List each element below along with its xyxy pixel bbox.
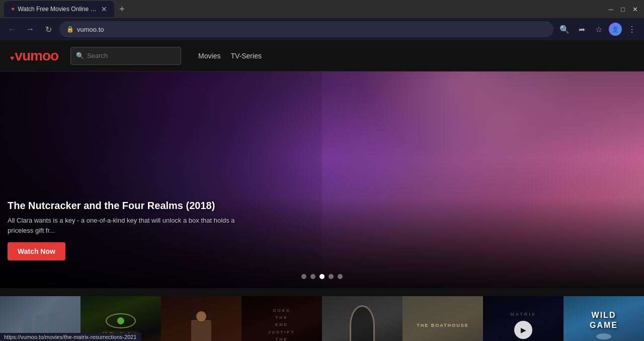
browser-chrome: ♥ Watch Free Movies Online - Wat... ✕ + … — [0, 0, 644, 40]
share-icon[interactable]: ➦ — [575, 22, 589, 36]
list-item[interactable]: MATRIX ▶ — [483, 296, 564, 341]
navbar: ♥vumoo 🔍 Movies TV-Series — [0, 40, 644, 72]
hero-description: All Clara wants is a key - a one-of-a-ki… — [8, 216, 259, 235]
thumb-bg — [322, 296, 403, 341]
address-field[interactable]: 🔒 vumoo.to — [59, 21, 553, 37]
profile-avatar[interactable]: 👤 — [609, 23, 622, 36]
hero-carousel-dots — [301, 274, 343, 279]
bookmark-icon[interactable]: ☆ — [592, 22, 606, 36]
list-item[interactable]: DOESTHEENDJUSTIFYTHE — [242, 296, 322, 341]
carousel-dot-3[interactable] — [319, 274, 325, 279]
watch-now-button[interactable]: Watch Now — [8, 242, 65, 260]
url-display: vumoo.to — [77, 26, 546, 33]
new-tab-button[interactable]: + — [116, 4, 128, 15]
menu-icon[interactable]: ⋮ — [625, 22, 639, 36]
zoom-icon[interactable]: 🔍 — [557, 22, 572, 36]
tab-title: Watch Free Movies Online - Wat... — [18, 6, 98, 13]
hero-content: The Nutcracker and the Four Realms (2018… — [8, 200, 259, 260]
play-icon[interactable]: ▶ — [514, 321, 532, 339]
window-controls: ─ □ ✕ — [606, 4, 640, 14]
list-item[interactable]: WILD GAME — [564, 296, 644, 341]
nav-link-tvseries[interactable]: TV-Series — [230, 52, 261, 60]
list-item[interactable] — [322, 296, 403, 341]
active-tab[interactable]: ♥ Watch Free Movies Online - Wat... ✕ — [4, 1, 114, 17]
carousel-dot-5[interactable] — [338, 274, 343, 279]
tab-close-icon[interactable]: ✕ — [101, 5, 107, 13]
toolbar-icons: 🔍 ➦ ☆ 👤 ⋮ — [557, 22, 639, 36]
list-item[interactable] — [161, 296, 242, 341]
site-logo[interactable]: ♥vumoo — [10, 48, 58, 64]
maximize-button[interactable]: □ — [618, 4, 628, 14]
thumb-bg: WILD GAME — [564, 296, 644, 341]
nav-links: Movies TV-Series — [198, 52, 262, 60]
tab-favicon-icon: ♥ — [11, 6, 15, 13]
hero-banner: The Nutcracker and the Four Realms (2018… — [0, 72, 644, 288]
thumb-bg: MATRIX ▶ — [483, 296, 564, 341]
forward-button[interactable]: → — [23, 22, 37, 36]
search-input[interactable] — [87, 52, 176, 59]
nav-link-movies[interactable]: Movies — [198, 52, 220, 60]
site-wrapper: ♥vumoo 🔍 Movies TV-Series The Nutcracker… — [0, 40, 644, 341]
hero-title: The Nutcracker and the Four Realms (2018… — [8, 200, 259, 212]
tab-strip: ♥ Watch Free Movies Online - Wat... ✕ + — [4, 1, 606, 17]
thumb-bg: THE BOATHOUSE — [403, 296, 483, 341]
list-item[interactable]: THE BOATHOUSE — [403, 296, 483, 341]
search-box[interactable]: 🔍 — [70, 47, 181, 65]
lock-icon: 🔒 — [66, 26, 74, 33]
back-button[interactable]: ← — [5, 22, 19, 36]
status-bar: https://vumoo.to/movies/the-matrix-resur… — [0, 333, 141, 341]
carousel-dot-1[interactable] — [301, 274, 306, 279]
search-icon: 🔍 — [76, 52, 84, 59]
carousel-dot-4[interactable] — [329, 274, 334, 279]
minimize-button[interactable]: ─ — [606, 4, 616, 14]
thumb-bg — [161, 296, 242, 341]
address-bar-row: ← → ↻ 🔒 vumoo.to 🔍 ➦ ☆ 👤 ⋮ — [0, 18, 644, 40]
close-button[interactable]: ✕ — [630, 4, 640, 14]
carousel-dot-2[interactable] — [310, 274, 315, 279]
logo-heart-icon: ♥ — [10, 54, 14, 62]
reload-button[interactable]: ↻ — [41, 22, 55, 36]
title-bar: ♥ Watch Free Movies Online - Wat... ✕ + … — [0, 0, 644, 18]
thumb-bg: DOESTHEENDJUSTIFYTHE — [242, 296, 322, 341]
